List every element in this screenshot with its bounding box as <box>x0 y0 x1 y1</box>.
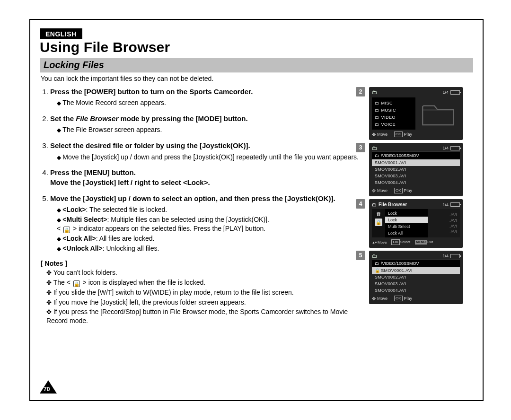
play-label: Play <box>404 132 413 137</box>
screenshot-5-screen: 1/4 /VIDEO/100SSMOV SMOV0001.AVI SMOV000… <box>369 251 463 304</box>
screenshot-2-screen: 1/4 MISC MUSIC VIDEO VOICE <box>369 87 463 140</box>
move-label: Move <box>378 240 387 245</box>
step-4-head-a: Press the [MENU] button. <box>50 168 366 177</box>
screenshot-3: 3 1/4 /VIDEO/100SSMOV SMOV0001.AVI SMOV0… <box>369 143 473 196</box>
note-2: The < 🔒 > icon is displayed when the fil… <box>46 278 366 287</box>
list-item: MUSIC <box>375 106 413 114</box>
lock-icon <box>375 268 381 273</box>
folder-icon <box>375 261 379 266</box>
screenshot-4-screen: File Browser 1/4 Lock Lock <box>369 199 463 248</box>
move-label: Move <box>377 296 388 301</box>
step-5-b4: <Unlock All>: Unlocking all files. <box>57 244 366 253</box>
move-icon <box>372 188 376 193</box>
menu-preview: .AVI .AVI .AVI .AVI <box>428 209 460 237</box>
step-1: Press the [POWER] button to turn on the … <box>50 87 366 107</box>
step-3-bullet: Move the [Joystick] up / down and press … <box>57 153 366 162</box>
manual-page: ENGLISH Using File Browser Locking Files… <box>29 19 484 401</box>
note-3: If you slide the [W/T] switch to W(WIDE)… <box>46 288 366 297</box>
folder-icon <box>372 145 377 151</box>
page-number: 70 <box>44 386 50 393</box>
notes-list: You can't lock folders. The < 🔒 > icon i… <box>40 268 366 325</box>
menu-item: Multi Select <box>385 223 428 230</box>
folder-icon <box>375 101 379 105</box>
battery-icon <box>450 254 460 258</box>
screenshot-2: 2 1/4 MISC MUSIC VIDEO <box>369 87 473 140</box>
folder-icon <box>375 122 379 127</box>
folder-icon <box>372 253 377 259</box>
notes-heading: [ Notes ] <box>41 260 366 267</box>
lock-icon: 🔒 <box>73 280 80 287</box>
menu-item: Lock <box>385 217 428 223</box>
menu-group: Lock <box>385 210 428 217</box>
play-label: Play <box>404 296 413 301</box>
page-title: Using File Browser <box>40 39 473 55</box>
move-icon <box>372 296 376 301</box>
folder-preview-icon <box>417 97 460 130</box>
screenshot-2-badge: 2 <box>356 87 365 96</box>
step-2-head-a: Set the <box>50 114 76 122</box>
ok-icon: OK <box>394 188 403 193</box>
list-item: SMOV0003.AVI <box>372 280 460 287</box>
folder-icon <box>372 202 379 207</box>
screenshot-5-badge: 5 <box>356 251 365 260</box>
move-label: Move <box>377 188 388 193</box>
screenshot-4: 4 File Browser 1/4 <box>369 199 473 248</box>
note-1: You can't lock folders. <box>46 268 366 277</box>
step-4: Press the [MENU] button. Move the [Joyst… <box>50 168 366 187</box>
battery-icon <box>450 202 460 207</box>
step-2-bullet: The File Browser screen appears. <box>57 125 366 134</box>
instructions-column: Press the [POWER] button to turn on the … <box>40 87 366 326</box>
step-2-head: Set the File Browser mode by pressing th… <box>50 114 366 123</box>
note-5: If you press the [Record/Stop] button in… <box>46 307 366 325</box>
ghost-row: .AVI <box>428 218 460 223</box>
note-2a: The < <box>53 279 72 286</box>
folder-list: MISC MUSIC VIDEO VOICE <box>372 97 415 130</box>
list-item: SMOV0004.AVI <box>372 287 460 294</box>
section-intro: You can lock the important files so they… <box>41 75 473 82</box>
lock-icon <box>375 219 382 226</box>
page-count: 1/4 <box>442 146 449 150</box>
section-heading: Locking Files <box>40 58 473 72</box>
step-4-head-b: Move the [Joystick] left / right to sele… <box>50 178 366 187</box>
trash-icon <box>376 211 381 217</box>
menu-icon: MENU <box>415 240 427 245</box>
step-2-head-b: mode by pressing the [MODE] button. <box>118 114 247 122</box>
step-5-b2: <Multi Select>: Multiple files can be se… <box>57 215 366 233</box>
screenshot-4-badge: 4 <box>356 199 365 209</box>
menu-list: Lock Lock Multi Select Lock All <box>385 209 428 237</box>
step-2: Set the File Browser mode by pressing th… <box>50 114 366 134</box>
step-1-bullet: The Movie Record screen appears. <box>57 98 366 107</box>
move-label: Move <box>377 132 388 137</box>
path-row: /VIDEO/100SSMOV <box>372 259 460 267</box>
step-5-b1: <Lock>: The selected file is locked. <box>57 205 366 214</box>
ok-icon: OK <box>394 296 403 301</box>
step-5-head: Move the [Joystick] up / down to select … <box>50 194 366 203</box>
ok-icon: OK <box>391 239 400 245</box>
menu-tab-column <box>372 209 385 237</box>
folder-icon <box>375 115 379 120</box>
battery-icon <box>450 90 460 95</box>
ghost-row: .AVI <box>428 212 460 218</box>
step-3-head: Select the desired file or folder by usi… <box>50 141 366 150</box>
lock-icon: 🔒 <box>63 227 70 233</box>
step-5-b3: <Lock All>: All files are locked. <box>57 234 366 243</box>
screenshot-3-badge: 3 <box>356 143 365 152</box>
play-label: Play <box>404 188 413 193</box>
step-5-b2-a: < <box>57 225 62 232</box>
folder-icon <box>375 153 379 158</box>
page-count: 1/4 <box>442 202 449 207</box>
step-2-head-em: File Browser <box>76 114 118 122</box>
list-item: SMOV0002.AVI <box>372 274 460 280</box>
page-count: 1/4 <box>442 90 449 95</box>
note-4: If you move the [Joystick] left, the pre… <box>46 298 366 307</box>
screenshot-5: 5 1/4 /VIDEO/100SSMOV SMOV0001.AVI SMOV0… <box>369 251 473 304</box>
step-5: Move the [Joystick] up / down to select … <box>50 194 366 253</box>
ghost-row: .AVI <box>428 223 460 229</box>
language-badge: ENGLISH <box>40 28 82 39</box>
screenshot-3-screen: 1/4 /VIDEO/100SSMOV SMOV0001.AVI SMOV000… <box>369 143 463 196</box>
ok-icon: OK <box>394 131 403 137</box>
folder-icon <box>372 89 377 95</box>
step-5-b2-b: > indicator appears on the selected file… <box>71 225 265 232</box>
list-item: VIDEO <box>375 114 413 121</box>
list-item: SMOV0002.AVI <box>372 166 460 173</box>
